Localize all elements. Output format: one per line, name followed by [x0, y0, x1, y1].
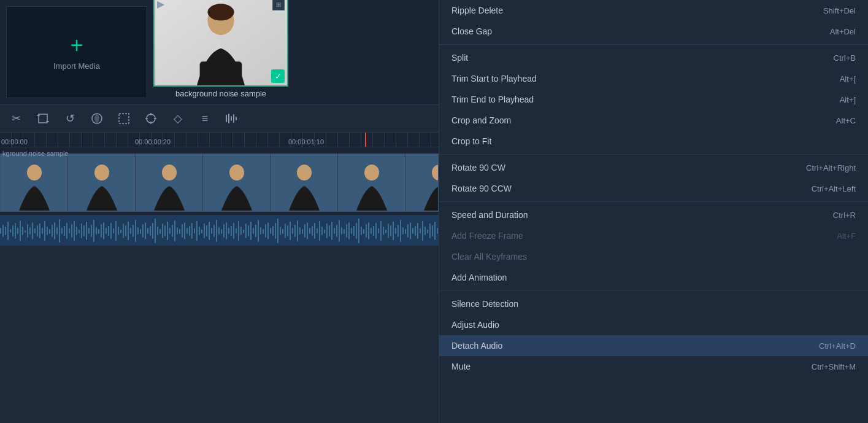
svg-rect-186 [371, 228, 372, 234]
menu-item-crop-zoom[interactable]: Crop and Zoom Alt+C [439, 110, 868, 131]
thumb-play-icon: ▶ [157, 0, 164, 10]
svg-rect-148 [277, 219, 278, 243]
svg-rect-139 [255, 225, 256, 237]
menu-item-trim-end[interactable]: Trim End to Playhead Alt+] [439, 89, 868, 110]
svg-rect-200 [405, 229, 406, 234]
svg-rect-109 [182, 224, 183, 238]
svg-rect-112 [189, 226, 190, 236]
svg-rect-103 [167, 222, 168, 240]
svg-rect-96 [150, 226, 151, 236]
menu-item-speed-duration[interactable]: Speed and Duration Ctrl+R [439, 204, 868, 225]
svg-point-25 [162, 165, 177, 180]
svg-rect-203 [412, 228, 413, 234]
svg-rect-185 [368, 222, 369, 239]
thumb-check-icon: ✓ [271, 69, 285, 83]
import-media-tile[interactable]: + Import Media [6, 6, 147, 98]
diamond-icon[interactable]: ◇ [169, 110, 186, 127]
svg-rect-57 [54, 222, 55, 239]
svg-rect-16 [228, 114, 229, 123]
svg-rect-207 [422, 221, 423, 241]
menu-item-add-freeze[interactable]: Add Freeze Frame Alt+F [439, 225, 868, 246]
svg-rect-19 [236, 117, 237, 120]
svg-rect-125 [221, 229, 222, 234]
svg-rect-141 [260, 227, 261, 235]
menu-item-crop-fit[interactable]: Crop to Fit [439, 131, 868, 152]
menu-divider [439, 44, 868, 45]
menu-item-shortcut: Ctrl+B [834, 53, 856, 63]
menu-item-trim-start[interactable]: Trim Start to Playhead Alt+[ [439, 68, 868, 89]
svg-rect-55 [49, 229, 50, 234]
svg-rect-95 [147, 228, 148, 234]
svg-rect-101 [162, 223, 163, 238]
svg-rect-94 [145, 222, 146, 239]
media-thumb[interactable]: ⊞ ▶ ✓ [153, 0, 288, 87]
menu-item-close-gap[interactable]: Close Gap Alt+Del [439, 21, 868, 42]
svg-rect-45 [25, 230, 26, 233]
svg-rect-99 [157, 227, 158, 235]
svg-rect-50 [37, 225, 38, 236]
svg-rect-40 [12, 225, 13, 236]
svg-rect-41 [15, 223, 16, 239]
menu-item-shortcut: Alt+C [836, 116, 856, 125]
crop-icon[interactable] [34, 110, 52, 127]
svg-rect-210 [429, 223, 431, 238]
adjust-icon[interactable]: ≡ [196, 110, 213, 127]
menu-item-clear-keyframes[interactable]: Clear All Keyframes [439, 246, 868, 267]
svg-rect-88 [130, 228, 131, 234]
toolbar: ✂ ↺ [0, 104, 439, 133]
color-icon[interactable] [88, 110, 106, 127]
audio-icon[interactable] [223, 110, 240, 127]
media-thumb-image [155, 0, 287, 85]
media-thumb-container: ⊞ ▶ ✓ background noise sample [153, 0, 288, 98]
menu-item-label: Split [451, 53, 468, 63]
svg-rect-165 [319, 221, 320, 241]
svg-rect-158 [302, 229, 303, 234]
video-clip[interactable] [0, 153, 439, 212]
menu-item-mute[interactable]: Mute Ctrl+Shift+M [439, 356, 868, 377]
video-frame [68, 154, 136, 211]
cut-icon[interactable]: ✂ [7, 110, 25, 127]
svg-rect-187 [373, 226, 374, 236]
svg-rect-117 [201, 230, 202, 233]
svg-rect-44 [22, 227, 23, 235]
svg-rect-104 [169, 228, 171, 234]
menu-item-rotate-cw[interactable]: Rotate 90 CW Ctrl+Alt+Right [439, 157, 868, 178]
target-icon[interactable] [142, 110, 159, 127]
svg-rect-131 [236, 228, 237, 233]
svg-rect-123 [216, 220, 217, 242]
svg-rect-163 [314, 223, 315, 239]
svg-rect-71 [88, 228, 90, 234]
svg-rect-173 [339, 220, 340, 242]
menu-item-rotate-ccw[interactable]: Rotate 90 CCW Ctrl+Alt+Left [439, 178, 868, 199]
svg-rect-83 [118, 227, 119, 235]
svg-rect-118 [204, 223, 205, 238]
svg-rect-4 [200, 61, 242, 85]
svg-rect-175 [344, 229, 345, 234]
svg-rect-150 [282, 229, 283, 234]
svg-point-3 [207, 4, 234, 20]
svg-rect-135 [245, 223, 247, 238]
left-panel: + Import Media [0, 0, 439, 423]
transform-icon[interactable] [115, 110, 133, 127]
svg-rect-184 [366, 224, 367, 238]
svg-rect-63 [69, 228, 70, 233]
menu-item-split[interactable]: Split Ctrl+B [439, 47, 868, 68]
menu-item-label: Crop to Fit [451, 136, 491, 146]
svg-rect-208 [424, 227, 426, 235]
svg-rect-39 [10, 229, 11, 233]
menu-item-detach-audio[interactable]: Detach Audio Ctrl+Alt+D [439, 335, 868, 356]
svg-rect-46 [27, 224, 28, 238]
menu-item-ripple-delete[interactable]: Ripple Delete Shift+Del [439, 0, 868, 21]
menu-item-adjust-audio[interactable]: Adjust Audio [439, 314, 868, 335]
ruler-time-0: 00:00:00 [1, 138, 28, 146]
svg-rect-154 [292, 228, 293, 234]
menu-item-add-animation[interactable]: Add Animation [439, 267, 868, 288]
svg-rect-172 [336, 225, 337, 237]
menu-item-silence-detection[interactable]: Silence Detection [439, 293, 868, 314]
svg-rect-105 [172, 225, 173, 237]
menu-divider [439, 154, 868, 155]
svg-rect-84 [120, 230, 121, 233]
menu-item-label: Rotate 90 CW [451, 163, 505, 173]
rotate-icon[interactable]: ↺ [61, 110, 79, 127]
svg-rect-60 [61, 228, 63, 234]
